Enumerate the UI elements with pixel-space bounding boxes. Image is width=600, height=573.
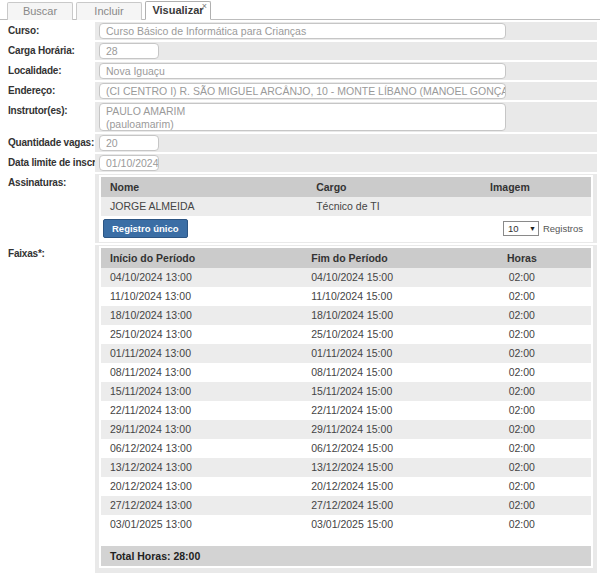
faixas-cell: 02:00 xyxy=(459,496,591,515)
per-page-value: 10 xyxy=(508,223,519,234)
assinaturas-cell: JORGE ALMEIDA xyxy=(101,197,314,216)
faixas-row: 04/10/2024 13:0004/10/2024 15:0002:00 xyxy=(101,268,591,287)
faixas-cell: 03/01/2025 15:00 xyxy=(309,515,458,534)
assinaturas-table-footer: Registro único 10 ▼ Registros xyxy=(101,216,591,240)
faixas-cell: 02:00 xyxy=(459,287,591,306)
field-area: (CI CENTRO I) R. SÃO MIGUEL ARCÂNJO, 10 … xyxy=(95,82,597,100)
field-label: Localidade: xyxy=(0,62,95,80)
field-area: 20 xyxy=(95,134,597,152)
faixas-cell: 02:00 xyxy=(459,401,591,420)
faixas-cell: 11/10/2024 15:00 xyxy=(309,287,458,306)
faixas-cell: 18/10/2024 13:00 xyxy=(101,306,309,325)
faixas-row: 29/11/2024 13:0029/11/2024 15:0002:00 xyxy=(101,420,591,439)
field-input[interactable]: 20 xyxy=(99,135,159,151)
faixas-cell: 02:00 xyxy=(459,458,591,477)
assinaturas-cell xyxy=(488,197,591,216)
faixas-cell: 27/12/2024 13:00 xyxy=(101,496,309,515)
per-page-pager: 10 ▼ Registros xyxy=(503,221,583,236)
faixas-cell: 06/12/2024 15:00 xyxy=(309,439,458,458)
faixas-cell: 22/11/2024 15:00 xyxy=(309,401,458,420)
form-content: Curso:Curso Básico de Informática para C… xyxy=(0,20,600,573)
faixas-cell: 13/12/2024 15:00 xyxy=(309,458,458,477)
faixas-cell: 08/11/2024 15:00 xyxy=(309,363,458,382)
faixas-table-header: Início do PeríodoFim do PeríodoHoras xyxy=(101,248,591,268)
faixas-row: 22/11/2024 13:0022/11/2024 15:0002:00 xyxy=(101,401,591,420)
field-label: Endereço: xyxy=(0,82,95,100)
faixas-cell: 29/11/2024 13:00 xyxy=(101,420,309,439)
form-field-row: Carga Horária:28 xyxy=(0,42,600,60)
faixas-cell: 02:00 xyxy=(459,363,591,382)
faixas-cell: 02:00 xyxy=(459,325,591,344)
field-label: Quantidade vagas: xyxy=(0,134,95,152)
registros-label: Registros xyxy=(543,223,583,234)
tab-visualizar[interactable]: Visualizar× xyxy=(145,1,211,20)
assinaturas-table-body: JORGE ALMEIDATécnico de TI xyxy=(101,197,591,216)
faixas-cell: 20/12/2024 13:00 xyxy=(101,477,309,496)
faixas-cell: 02:00 xyxy=(459,439,591,458)
faixas-cell: 15/11/2024 15:00 xyxy=(309,382,458,401)
registro-unico-button[interactable]: Registro único xyxy=(103,219,188,238)
faixas-cell: 22/11/2024 13:00 xyxy=(101,401,309,420)
faixas-cell: 02:00 xyxy=(459,477,591,496)
form-field-row: Instrutor(es):PAULO AMARIM (pauloamarim) xyxy=(0,102,600,132)
field-area: Curso Básico de Informática para Criança… xyxy=(95,22,597,40)
tab-close-icon[interactable]: × xyxy=(202,2,207,11)
faixas-col-header: Fim do Período xyxy=(309,248,458,268)
faixas-cell: 13/12/2024 13:00 xyxy=(101,458,309,477)
faixas-cell: 02:00 xyxy=(459,515,591,534)
faixas-cell: 11/10/2024 13:00 xyxy=(101,287,309,306)
field-input[interactable]: Curso Básico de Informática para Criança… xyxy=(99,23,506,39)
assinaturas-table-header: NomeCargoImagem xyxy=(101,177,591,197)
form-field-row: Localidade:Nova Iguaçu xyxy=(0,62,600,80)
total-horas-bar: Total Horas: 28:00 xyxy=(101,546,591,566)
field-input[interactable]: (CI CENTRO I) R. SÃO MIGUEL ARCÂNJO, 10 … xyxy=(99,83,506,99)
assinaturas-col-header: Imagem xyxy=(488,177,591,197)
tab-buscar[interactable]: Buscar xyxy=(7,2,73,20)
form-field-row: Quantidade vagas:20 xyxy=(0,134,600,152)
assinaturas-cell: Técnico de TI xyxy=(314,197,488,216)
field-input[interactable]: 01/10/2024 xyxy=(99,155,159,171)
field-input[interactable]: 28 xyxy=(99,43,159,59)
faixas-cell: 03/01/2025 13:00 xyxy=(101,515,309,534)
faixas-label: Faixas*: xyxy=(0,245,95,573)
field-label: Curso: xyxy=(0,22,95,40)
faixas-cell: 01/11/2024 13:00 xyxy=(101,344,309,363)
assinaturas-col-header: Nome xyxy=(101,177,314,197)
assinaturas-field-area: NomeCargoImagem JORGE ALMEIDATécnico de … xyxy=(95,174,597,243)
field-label: Data limite de inscrição: xyxy=(0,154,95,172)
field-area: PAULO AMARIM (pauloamarim) xyxy=(95,102,597,132)
field-area: Nova Iguaçu xyxy=(95,62,597,80)
form-field-row: Endereço:(CI CENTRO I) R. SÃO MIGUEL ARC… xyxy=(0,82,600,100)
faixas-row: 25/10/2024 13:0025/10/2024 15:0002:00 xyxy=(101,325,591,344)
faixas-cell: 27/12/2024 15:00 xyxy=(309,496,458,515)
chevron-down-icon: ▼ xyxy=(529,225,536,232)
faixas-field-area: Início do PeríodoFim do PeríodoHoras 04/… xyxy=(95,245,597,573)
field-label: Carga Horária: xyxy=(0,42,95,60)
faixas-cell: 25/10/2024 15:00 xyxy=(309,325,458,344)
faixas-cell: 06/12/2024 13:00 xyxy=(101,439,309,458)
tab-bar: BuscarIncluirVisualizar× xyxy=(0,0,600,20)
assinaturas-label: Assinaturas: xyxy=(0,174,95,243)
faixas-cell: 01/11/2024 15:00 xyxy=(309,344,458,363)
field-input[interactable]: Nova Iguaçu xyxy=(99,63,506,79)
faixas-empty-row xyxy=(101,534,591,546)
tab-incluir[interactable]: Incluir xyxy=(76,2,142,20)
form-fields: Curso:Curso Básico de Informática para C… xyxy=(0,22,600,172)
field-input[interactable]: PAULO AMARIM (pauloamarim) xyxy=(99,103,506,131)
faixas-cell: 02:00 xyxy=(459,268,591,287)
faixas-row: 11/10/2024 13:0011/10/2024 15:0002:00 xyxy=(101,287,591,306)
faixas-cell: 04/10/2024 13:00 xyxy=(101,268,309,287)
faixas-row: Faixas*: Início do PeríodoFim do Período… xyxy=(0,245,600,573)
faixas-table-body: 04/10/2024 13:0004/10/2024 15:0002:0011/… xyxy=(101,268,591,534)
faixas-col-header: Início do Período xyxy=(101,248,309,268)
faixas-cell: 08/11/2024 13:00 xyxy=(101,363,309,382)
faixas-row: 08/11/2024 13:0008/11/2024 15:0002:00 xyxy=(101,363,591,382)
faixas-col-header: Horas xyxy=(459,248,591,268)
per-page-select[interactable]: 10 ▼ xyxy=(503,221,539,236)
faixas-row: 27/12/2024 13:0027/12/2024 15:0002:00 xyxy=(101,496,591,515)
faixas-cell: 29/11/2024 15:00 xyxy=(309,420,458,439)
assinaturas-table: NomeCargoImagem JORGE ALMEIDATécnico de … xyxy=(99,175,593,242)
faixas-table: Início do PeríodoFim do PeríodoHoras 04/… xyxy=(99,246,593,568)
faixas-cell: 02:00 xyxy=(459,344,591,363)
faixas-row: 01/11/2024 13:0001/11/2024 15:0002:00 xyxy=(101,344,591,363)
